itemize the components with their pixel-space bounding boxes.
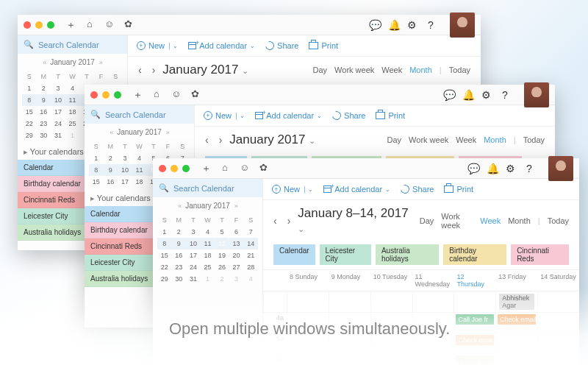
avatar[interactable] [524, 82, 549, 107]
next-icon[interactable]: › [152, 64, 156, 76]
view-month[interactable]: Month [409, 66, 432, 74]
bell-icon[interactable]: 🔔 [388, 19, 397, 31]
weekday-header: 13 Friday [495, 270, 537, 291]
view-today[interactable]: Today [548, 216, 569, 225]
add-calendar-button[interactable]: Add calendar⌄ [188, 41, 255, 50]
time-cell[interactable] [537, 333, 579, 354]
page-title[interactable]: January 2017 ⌄ [229, 132, 315, 147]
titlebar: ＋⌂☺✿ 💬🔔⚙? [85, 85, 555, 105]
view-workweek[interactable]: Work week [334, 66, 374, 74]
view-week[interactable]: Week [381, 66, 402, 74]
time-cell[interactable] [537, 313, 579, 333]
share-button[interactable]: Share [265, 41, 298, 50]
search-icon: 🔍 [24, 40, 34, 49]
view-week[interactable]: Week [456, 135, 476, 144]
add-tab-icon[interactable]: ＋ [66, 18, 75, 32]
print-button[interactable]: Print [444, 185, 473, 194]
time-cell[interactable]: Check emai [453, 333, 495, 354]
prev-icon[interactable]: ‹ [138, 64, 142, 76]
gear-icon[interactable]: ✿ [123, 18, 132, 32]
new-button[interactable]: +New│ ⌄ [204, 111, 245, 120]
page-title[interactable]: January 8–14, 2017 ⌄ [298, 206, 412, 236]
event[interactable]: Check emai [456, 335, 494, 345]
new-button[interactable]: +New│ ⌄ [137, 41, 178, 50]
view-month[interactable]: Month [508, 216, 531, 225]
weekday-header: 12 Thursday [453, 270, 495, 291]
home-icon[interactable]: ⌂ [85, 18, 94, 32]
time-cell[interactable] [537, 354, 579, 368]
add-calendar-button[interactable]: Add calendar⌄ [255, 111, 322, 120]
view-day[interactable]: Day [313, 66, 328, 74]
view-month[interactable]: Month [484, 135, 506, 144]
time-cell[interactable]: Dinner wit [453, 354, 495, 368]
event[interactable]: Dinner wit [456, 355, 494, 366]
calendar-chip[interactable]: Cincinnati Reds [511, 244, 569, 265]
share-button[interactable]: Share [401, 185, 434, 194]
view-workweek[interactable]: Work week [441, 212, 473, 230]
avatar[interactable] [450, 13, 475, 38]
weekday-header: 14 Saturday [537, 270, 579, 291]
search-input[interactable]: 🔍Search Calendar [85, 105, 194, 124]
view-today[interactable]: Today [449, 66, 470, 74]
emoji-icon[interactable]: ☺ [104, 18, 113, 32]
zoom-icon[interactable] [47, 21, 54, 29]
time-cell[interactable] [287, 354, 329, 368]
prev-icon[interactable]: ‹ [205, 134, 209, 146]
page-title[interactable]: January 2017 ⌄ [162, 63, 248, 77]
traffic-lights[interactable] [24, 21, 54, 29]
mini-calendar[interactable]: SMTWTFS 1234567 891011121314 15161718192… [153, 214, 262, 285]
weekday-header: 11 Wednesday [412, 270, 454, 291]
calendar-chip[interactable]: Calendar [273, 244, 315, 265]
traffic-lights[interactable] [159, 165, 190, 172]
calendar-chip[interactable]: Birthday calendar [443, 244, 506, 265]
avatar[interactable] [548, 156, 573, 181]
search-input[interactable]: 🔍Search Calendar [18, 35, 127, 54]
minimize-icon[interactable] [35, 21, 43, 29]
time-cell[interactable] [412, 354, 454, 368]
titlebar: ＋⌂☺✿ 💬🔔⚙? [153, 158, 579, 179]
view-day[interactable]: Day [387, 135, 402, 144]
time-cell[interactable] [329, 354, 370, 368]
time-cell[interactable]: Check emails [495, 313, 537, 333]
mini-next-icon[interactable]: » [99, 59, 102, 66]
next-icon[interactable]: › [219, 134, 223, 146]
time-cell[interactable] [370, 354, 412, 368]
new-button[interactable]: +New│ ⌄ [272, 185, 313, 194]
allday-event[interactable]: Abhishek Agar [499, 294, 534, 310]
titlebar: ＋ ⌂ ☺ ✿ 💬 🔔 ⚙ ? [18, 15, 481, 35]
search-placeholder: Search Calendar [38, 40, 99, 49]
next-icon[interactable]: › [287, 215, 291, 227]
marketing-caption: Open multiple windows simultaneously. [169, 319, 450, 339]
view-workweek[interactable]: Work week [409, 135, 448, 144]
time-cell[interactable]: Call Joe fr [453, 313, 495, 333]
settings-icon[interactable]: ⚙ [407, 19, 416, 31]
time-cell[interactable] [495, 333, 537, 354]
allday-row: Abhishek Agar [263, 291, 579, 313]
traffic-lights[interactable] [90, 91, 121, 99]
event[interactable]: Call Joe fr [456, 314, 494, 325]
share-button[interactable]: Share [332, 111, 365, 120]
weekday-header: 9 Monday [329, 270, 370, 291]
weekday-header: 10 Tuesday [370, 270, 412, 291]
weekday-header: 8 Sunday [287, 270, 329, 291]
view-day[interactable]: Day [420, 216, 434, 225]
search-input[interactable]: 🔍Search Calendar [153, 179, 262, 197]
mini-prev-icon[interactable]: « [43, 59, 46, 66]
print-button[interactable]: Print [309, 41, 338, 50]
prev-icon[interactable]: ‹ [273, 215, 277, 227]
chat-icon[interactable]: 💬 [369, 19, 378, 31]
print-button[interactable]: Print [376, 111, 405, 120]
view-today[interactable]: Today [523, 135, 545, 144]
hour-label: 6a [263, 354, 287, 368]
close-icon[interactable] [24, 21, 31, 29]
mini-month-label: January 2017 [50, 58, 95, 66]
view-week[interactable]: Week [480, 216, 501, 225]
calendar-chip[interactable]: Australia holidays [376, 244, 439, 265]
event[interactable]: Check emails [498, 314, 536, 325]
calendar-chip[interactable]: Leicester City [320, 244, 371, 265]
add-calendar-button[interactable]: Add calendar⌄ [323, 185, 390, 194]
time-cell[interactable] [495, 354, 537, 368]
help-icon[interactable]: ? [426, 19, 435, 31]
